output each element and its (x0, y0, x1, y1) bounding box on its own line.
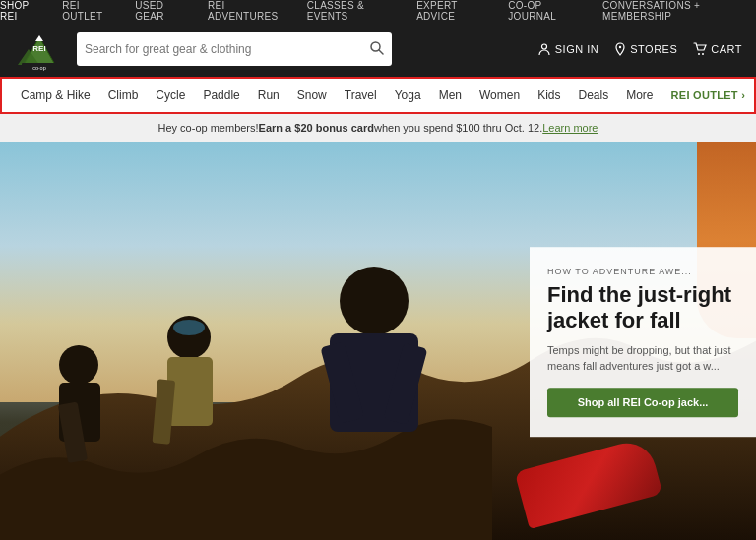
search-bar[interactable] (77, 32, 392, 66)
rei-logo: REI co·op REI (14, 28, 65, 71)
nav-climb[interactable]: Climb (99, 77, 148, 114)
topbar-item-used-gear[interactable]: USED GEAR (135, 0, 190, 22)
topbar-item-classes-events[interactable]: CLASSES & EVENTS (307, 0, 399, 22)
top-navigation-bar: SHOP REI REI OUTLET USED GEAR REI ADVENT… (0, 0, 756, 22)
hero-card-eyebrow: HOW TO ADVENTURE AWE... (547, 267, 738, 276)
nav-women[interactable]: Women (471, 77, 529, 114)
hero-section: HOW TO ADVENTURE AWE... Find the just-ri… (0, 142, 756, 540)
hero-card-body: Temps might be dropping, but that just m… (547, 344, 738, 375)
topbar-item-shop-rei[interactable]: SHOP REI (0, 0, 44, 22)
promo-learn-more-link[interactable]: Learn more (542, 122, 598, 134)
stores-button[interactable]: STORES (614, 42, 677, 56)
svg-rect-19 (153, 379, 176, 444)
person-icon (537, 42, 551, 56)
nav-rei-outlet[interactable]: REI OUTLET › (662, 77, 755, 114)
promo-banner: Hey co-op members! Earn a $20 bonus card… (0, 114, 756, 142)
nav-camp-hike[interactable]: Camp & Hike (12, 77, 99, 114)
sign-in-button[interactable]: SIGN IN (537, 42, 598, 56)
hero-card-title: Find the just-right jacket for fall (547, 282, 738, 334)
promo-suffix: when you spend $100 thru Oct. 12. (374, 122, 542, 134)
nav-men[interactable]: Men (430, 77, 471, 114)
search-button[interactable] (370, 41, 384, 58)
nav-deals[interactable]: Deals (569, 77, 617, 114)
nav-travel[interactable]: Travel (336, 77, 386, 114)
nav-cycle[interactable]: Cycle (147, 77, 194, 114)
nav-paddle[interactable]: Paddle (194, 77, 248, 114)
svg-text:co·op: co·op (32, 65, 45, 71)
nav-snow[interactable]: Snow (288, 77, 336, 114)
svg-point-10 (619, 46, 621, 48)
nav-run[interactable]: Run (249, 77, 288, 114)
hero-card: HOW TO ADVENTURE AWE... Find the just-ri… (530, 247, 756, 438)
svg-point-12 (702, 53, 704, 55)
svg-point-11 (698, 53, 700, 55)
svg-point-9 (541, 44, 546, 49)
topbar-item-rei-adventures[interactable]: REI ADVENTURES (208, 0, 289, 22)
promo-bold: Earn a $20 bonus card (259, 122, 374, 134)
svg-point-17 (173, 320, 205, 335)
svg-line-8 (379, 50, 383, 54)
svg-point-13 (59, 345, 98, 385)
cart-button[interactable]: CART (693, 42, 742, 56)
topbar-item-expert-advice[interactable]: EXPERT ADVICE (416, 0, 490, 22)
main-navigation: Camp & Hike Climb Cycle Paddle Run Snow … (0, 77, 756, 114)
promo-prefix: Hey co-op members! (158, 122, 259, 134)
topbar-item-rei-outlet[interactable]: REI OUTLET (62, 0, 117, 22)
cart-icon (693, 42, 707, 56)
nav-more[interactable]: More (617, 77, 662, 114)
site-header: REI co·op REI SIGN IN (0, 22, 756, 77)
search-input[interactable] (85, 42, 370, 56)
hero-cta-button[interactable]: Shop all REI Co-op jack... (547, 388, 738, 417)
location-icon (614, 42, 626, 56)
svg-text:REI: REI (32, 44, 45, 53)
nav-kids[interactable]: Kids (529, 77, 569, 114)
logo-area[interactable]: REI co·op REI (14, 28, 65, 71)
hero-silhouettes (30, 237, 600, 512)
svg-marker-2 (35, 35, 43, 41)
topbar-item-coop-journal[interactable]: CO-OP JOURNAL (508, 0, 585, 22)
header-actions: SIGN IN STORES CART (537, 42, 742, 56)
nav-yoga[interactable]: Yoga (386, 77, 430, 114)
topbar-item-conversations[interactable]: CONVERSATIONS + MEMBERSHIP (602, 0, 756, 22)
search-icon (370, 41, 384, 55)
svg-point-20 (340, 267, 409, 335)
